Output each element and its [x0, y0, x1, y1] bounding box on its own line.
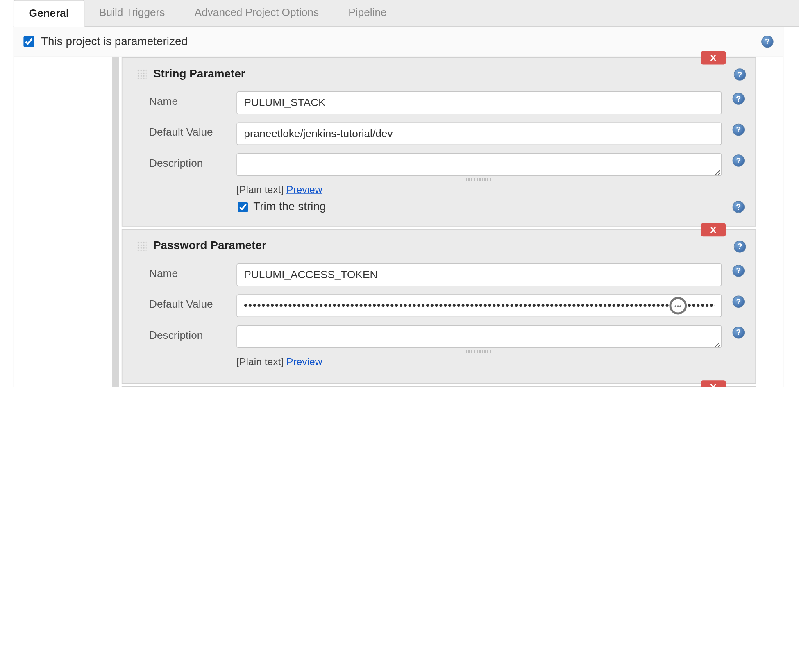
- parameter-description-textarea[interactable]: [236, 153, 722, 176]
- help-icon[interactable]: ?: [733, 265, 745, 277]
- password-reveal-icon[interactable]: •••: [669, 297, 687, 315]
- resize-grip-icon[interactable]: [236, 178, 722, 181]
- parameter-type-title: String Parameter: [153, 67, 245, 81]
- field-label-default-value: Default Value: [149, 122, 223, 138]
- trim-string-label: Trim the string: [253, 200, 326, 214]
- field-label-description: Description: [149, 325, 223, 341]
- parameter-description-textarea[interactable]: [236, 325, 722, 348]
- tab-build-triggers[interactable]: Build Triggers: [84, 0, 180, 26]
- field-label-default-value: Default Value: [149, 294, 223, 310]
- description-footer: [Plain text] Preview: [236, 356, 722, 367]
- plain-text-label: [Plain text]: [236, 356, 286, 367]
- tab-pipeline[interactable]: Pipeline: [334, 0, 402, 26]
- delete-parameter-button[interactable]: X: [701, 223, 726, 236]
- parameter-default-value-input[interactable]: [236, 122, 722, 145]
- drag-handle-icon[interactable]: [137, 241, 147, 251]
- help-icon[interactable]: ?: [733, 154, 745, 167]
- help-icon[interactable]: ?: [734, 68, 746, 81]
- delete-parameter-button[interactable]: X: [701, 380, 726, 387]
- help-icon[interactable]: ?: [733, 327, 745, 339]
- parameter-type-title: Password Parameter: [153, 239, 266, 253]
- parameter-name-input[interactable]: [236, 91, 722, 114]
- help-icon[interactable]: ?: [761, 36, 774, 48]
- delete-parameter-button[interactable]: X: [701, 51, 726, 65]
- drag-handle-icon[interactable]: [137, 69, 147, 79]
- parameter-block: X ? Password Parameter Name ? Default Va…: [122, 229, 756, 384]
- parameterized-checkbox[interactable]: [23, 36, 34, 47]
- config-tab-bar: General Build Triggers Advanced Project …: [14, 0, 799, 27]
- parameterized-section-row: This project is parameterized ?: [14, 27, 783, 57]
- help-icon[interactable]: ?: [733, 93, 745, 105]
- field-label-description: Description: [149, 153, 223, 169]
- description-footer: [Plain text] Preview: [236, 184, 722, 195]
- tab-advanced-project-options[interactable]: Advanced Project Options: [180, 0, 334, 26]
- parameter-block: X ? String Parameter Name ? Default Valu…: [122, 57, 756, 226]
- preview-link[interactable]: Preview: [286, 356, 322, 367]
- field-label-name: Name: [149, 263, 223, 279]
- tab-general[interactable]: General: [14, 0, 84, 27]
- content-area: This project is parameterized ? X ? Stri…: [14, 27, 783, 387]
- preview-link[interactable]: Preview: [286, 184, 322, 195]
- parameterized-label: This project is parameterized: [41, 35, 188, 48]
- field-label-name: Name: [149, 91, 223, 107]
- plain-text-label: [Plain text]: [236, 184, 286, 195]
- parameter-default-value-input[interactable]: [236, 294, 722, 317]
- help-icon[interactable]: ?: [733, 296, 745, 308]
- help-icon[interactable]: ?: [733, 201, 745, 213]
- parameter-block: X ? Password Parameter Name ? Default Va…: [122, 386, 756, 387]
- parameters-container: X ? String Parameter Name ? Default Valu…: [122, 57, 756, 387]
- help-icon[interactable]: ?: [733, 124, 745, 136]
- help-icon[interactable]: ?: [734, 241, 746, 253]
- reorder-gutter[interactable]: [112, 57, 119, 387]
- parameter-name-input[interactable]: [236, 263, 722, 286]
- trim-string-checkbox[interactable]: [238, 202, 248, 212]
- resize-grip-icon[interactable]: [236, 350, 722, 353]
